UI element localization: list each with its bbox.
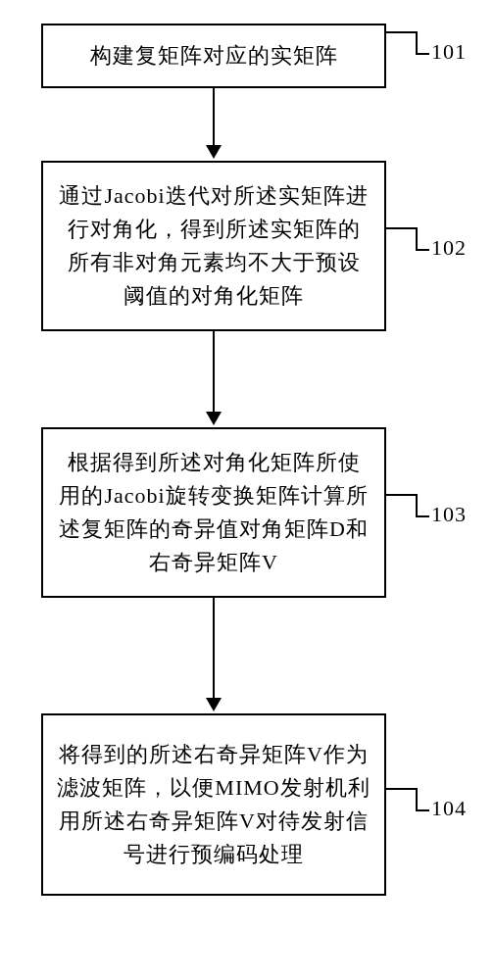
flowchart-step-2: 通过Jacobi迭代对所述实矩阵进行对角化，得到所述实矩阵的所有非对角元素均不大… [41,161,386,331]
step-3-label: 103 [431,502,467,527]
leader-line [416,53,429,55]
flowchart-step-4: 将得到的所述右奇异矩阵V作为滤波矩阵，以便MIMO发射机利用所述右奇异矩阵V对待… [41,713,386,896]
leader-line [416,515,429,517]
leader-line [416,227,418,249]
leader-line [416,809,429,811]
leader-line [386,788,416,790]
step-2-label: 102 [431,235,467,261]
leader-line [386,227,416,229]
step-4-label: 104 [431,796,467,821]
step-1-text: 构建复矩阵对应的实矩阵 [90,39,338,73]
step-4-text: 将得到的所述右奇异矩阵V作为滤波矩阵，以便MIMO发射机利用所述右奇异矩阵V对待… [57,738,370,871]
arrow-line [213,598,215,698]
step-3-text: 根据得到所述对角化矩阵所使用的Jacobi旋转变换矩阵计算所述复矩阵的奇异值对角… [57,446,370,579]
arrow-down-icon [206,412,222,425]
leader-line [416,31,418,53]
flowchart-step-1: 构建复矩阵对应的实矩阵 [41,24,386,88]
leader-line [416,788,418,809]
step-1-label: 101 [431,39,467,65]
leader-line [416,494,418,515]
leader-line [386,494,416,496]
flowchart-step-3: 根据得到所述对角化矩阵所使用的Jacobi旋转变换矩阵计算所述复矩阵的奇异值对角… [41,427,386,598]
flowchart-container: 构建复矩阵对应的实矩阵 101 通过Jacobi迭代对所述实矩阵进行对角化，得到… [0,0,494,980]
arrow-line [213,88,215,145]
arrow-down-icon [206,698,222,711]
step-2-text: 通过Jacobi迭代对所述实矩阵进行对角化，得到所述实矩阵的所有非对角元素均不大… [57,179,370,313]
arrow-down-icon [206,145,222,159]
leader-line [416,249,429,251]
arrow-line [213,331,215,412]
leader-line [386,31,416,33]
